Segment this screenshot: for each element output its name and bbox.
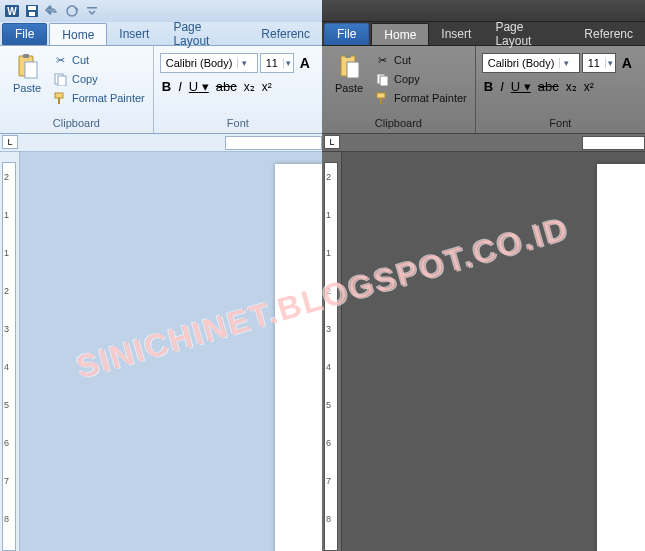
font-name-combo[interactable]: Calibri (Body)▾ xyxy=(160,53,258,73)
redo-icon[interactable] xyxy=(64,3,80,19)
word-window-light-theme: W File Home Insert Page Layout Referenc … xyxy=(0,0,322,551)
ruler-tick: 8 xyxy=(4,514,9,524)
underline-button[interactable]: U ▾ xyxy=(189,79,209,94)
ruler-tick: 1 xyxy=(326,210,331,220)
font-name-combo[interactable]: Calibri (Body)▾ xyxy=(482,53,580,73)
cut-button[interactable]: ✂Cut xyxy=(52,52,145,68)
group-font: Calibri (Body)▾ 11▾ A B I U ▾ abc x₂ x² … xyxy=(476,46,645,133)
chevron-down-icon: ▾ xyxy=(605,58,615,68)
ruler-tick: 3 xyxy=(326,324,331,334)
copy-button[interactable]: Copy xyxy=(52,71,145,87)
ruler-vertical[interactable]: 21123456789 xyxy=(0,152,20,551)
word-window-dark-theme: File Home Insert Page Layout Referenc Pa… xyxy=(322,0,645,551)
bold-button[interactable]: B xyxy=(484,79,493,94)
group-clipboard: Paste ✂Cut Copy Format Painter Clipboard xyxy=(322,46,476,133)
group-label-font: Font xyxy=(482,117,639,133)
svg-rect-19 xyxy=(377,93,385,98)
ruler-tick: 2 xyxy=(4,286,9,296)
ruler-tick: 5 xyxy=(326,400,331,410)
undo-icon[interactable] xyxy=(44,3,60,19)
ruler-tick: 2 xyxy=(326,172,331,182)
svg-rect-3 xyxy=(28,6,36,10)
subscript-button[interactable]: x₂ xyxy=(244,80,255,94)
ribbon: Paste ✂Cut Copy Format Painter Clipboard… xyxy=(0,46,322,134)
cut-icon: ✂ xyxy=(52,52,68,68)
ribbon: Paste ✂Cut Copy Format Painter Clipboard… xyxy=(322,46,645,134)
superscript-button[interactable]: x² xyxy=(262,80,272,94)
underline-button[interactable]: U ▾ xyxy=(511,79,531,94)
ribbon-tabs: File Home Insert Page Layout Referenc xyxy=(0,22,322,46)
format-painter-icon xyxy=(374,90,390,106)
grow-font-button[interactable]: A xyxy=(618,55,632,71)
font-size-combo[interactable]: 11▾ xyxy=(582,53,616,73)
tab-insert[interactable]: Insert xyxy=(107,22,161,45)
strike-button[interactable]: abc xyxy=(538,79,559,94)
ruler-tick: 8 xyxy=(326,514,331,524)
save-icon[interactable] xyxy=(24,3,40,19)
paste-button[interactable]: Paste xyxy=(328,48,370,117)
italic-button[interactable]: I xyxy=(178,79,182,94)
paste-label: Paste xyxy=(335,82,363,94)
format-painter-icon xyxy=(52,90,68,106)
tab-home[interactable]: Home xyxy=(371,23,429,45)
workspace: 21123456789 xyxy=(322,152,645,551)
qat-customize-icon[interactable] xyxy=(84,3,100,19)
document-canvas[interactable] xyxy=(20,152,322,551)
tab-file[interactable]: File xyxy=(324,23,369,45)
svg-rect-18 xyxy=(380,76,388,86)
ruler-tick: 3 xyxy=(4,324,9,334)
italic-button[interactable]: I xyxy=(500,79,504,94)
tab-selector[interactable]: L xyxy=(324,135,340,149)
group-label-font: Font xyxy=(160,117,316,133)
subscript-button[interactable]: x₂ xyxy=(566,80,577,94)
font-size-combo[interactable]: 11▾ xyxy=(260,53,294,73)
page[interactable] xyxy=(275,164,322,551)
svg-rect-15 xyxy=(345,54,351,58)
ruler-tick: 1 xyxy=(4,210,9,220)
ruler-tick: 4 xyxy=(4,362,9,372)
chevron-down-icon: ▾ xyxy=(237,58,251,68)
page[interactable] xyxy=(597,164,645,551)
tab-page-layout[interactable]: Page Layout xyxy=(483,22,572,45)
document-canvas[interactable] xyxy=(342,152,645,551)
tab-home[interactable]: Home xyxy=(49,23,107,45)
format-painter-button[interactable]: Format Painter xyxy=(374,90,467,106)
chevron-down-icon: ▾ xyxy=(559,58,573,68)
tab-insert[interactable]: Insert xyxy=(429,22,483,45)
ruler-tick: 5 xyxy=(4,400,9,410)
ruler-tick: 2 xyxy=(4,172,9,182)
group-label-clipboard: Clipboard xyxy=(328,117,469,133)
svg-text:W: W xyxy=(7,6,17,17)
ruler-tick: 2 xyxy=(326,286,331,296)
ruler-tick: 4 xyxy=(326,362,331,372)
paste-icon xyxy=(335,52,363,80)
svg-rect-13 xyxy=(58,98,60,104)
superscript-button[interactable]: x² xyxy=(584,80,594,94)
svg-rect-20 xyxy=(380,98,382,104)
svg-rect-16 xyxy=(347,62,359,78)
format-painter-button[interactable]: Format Painter xyxy=(52,90,145,106)
ruler-vertical[interactable]: 21123456789 xyxy=(322,152,342,551)
tab-page-layout[interactable]: Page Layout xyxy=(161,22,249,45)
ruler-tick: 1 xyxy=(326,248,331,258)
cut-button[interactable]: ✂Cut xyxy=(374,52,467,68)
svg-rect-4 xyxy=(29,12,35,16)
bold-button[interactable]: B xyxy=(162,79,171,94)
paste-label: Paste xyxy=(13,82,41,94)
tab-selector[interactable]: L xyxy=(2,135,18,149)
strike-button[interactable]: abc xyxy=(216,79,237,94)
ruler-tick: 7 xyxy=(326,476,331,486)
ruler-h-strip[interactable] xyxy=(582,136,645,150)
svg-rect-6 xyxy=(87,7,97,9)
svg-rect-9 xyxy=(25,62,37,78)
tab-references[interactable]: Referenc xyxy=(572,22,645,45)
ruler-h-strip[interactable] xyxy=(225,136,322,150)
tab-file[interactable]: File xyxy=(2,23,47,45)
word-app-icon: W xyxy=(4,3,20,19)
grow-font-button[interactable]: A xyxy=(296,55,310,71)
ruler-tick: 7 xyxy=(4,476,9,486)
tab-references[interactable]: Referenc xyxy=(249,22,322,45)
paste-button[interactable]: Paste xyxy=(6,48,48,117)
ruler-horizontal: L xyxy=(0,134,322,152)
copy-button[interactable]: Copy xyxy=(374,71,467,87)
